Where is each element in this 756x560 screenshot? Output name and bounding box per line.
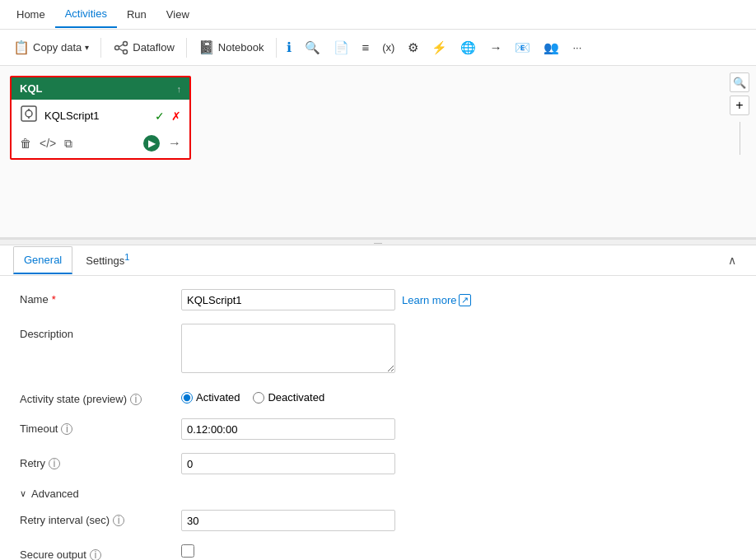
kql-activity-node[interactable]: KQL ↑ KQLScript1 ✓ ✗ 🗑 </> ⧉ ▶ → bbox=[10, 76, 191, 160]
variable-button[interactable]: (x) bbox=[377, 38, 399, 57]
canvas-controls: 🔍 + bbox=[730, 72, 749, 155]
toolbar-sep-1 bbox=[100, 38, 101, 58]
tab-general-label: General bbox=[24, 254, 62, 266]
pipeline-view-button[interactable]: 📄 bbox=[329, 37, 354, 58]
outlook-icon: 📧 bbox=[515, 40, 530, 55]
general-form: Name * Learn more ↗ Description bbox=[0, 276, 756, 560]
tab-general[interactable]: General bbox=[13, 246, 72, 274]
name-input[interactable] bbox=[181, 289, 395, 310]
tab-settings-label: Settings bbox=[86, 254, 124, 267]
activity-actions: 🗑 </> ⧉ ▶ → bbox=[12, 132, 189, 158]
activity-state-row: Activity state (preview) i Activated Dea… bbox=[20, 389, 736, 405]
canvas-plus-button[interactable]: + bbox=[730, 96, 749, 115]
learn-more-link[interactable]: Learn more ↗ bbox=[402, 294, 471, 306]
name-label: Name * bbox=[20, 289, 168, 306]
deactivated-radio[interactable] bbox=[253, 392, 264, 404]
dataflow-button[interactable]: Dataflow bbox=[106, 36, 181, 59]
retry-control bbox=[181, 453, 736, 474]
code-icon[interactable]: </> bbox=[40, 137, 56, 150]
copy-icon[interactable]: ⧉ bbox=[64, 137, 72, 151]
tab-settings[interactable]: Settings1 bbox=[76, 245, 139, 275]
description-control bbox=[181, 324, 736, 376]
variable-icon: (x) bbox=[382, 41, 394, 54]
retry-info-icon[interactable]: i bbox=[49, 458, 60, 469]
tab-settings-badge: 1 bbox=[124, 252, 129, 262]
canvas-plus-icon: + bbox=[735, 98, 743, 113]
more-button[interactable]: ··· bbox=[567, 38, 586, 57]
copy-data-button[interactable]: 📋 Copy data ▾ bbox=[7, 36, 96, 59]
name-row: Name * Learn more ↗ bbox=[20, 289, 736, 310]
copy-data-icon: 📋 bbox=[13, 40, 30, 56]
nav-activities[interactable]: Activities bbox=[55, 1, 117, 28]
timeout-label: Timeout i bbox=[20, 418, 168, 435]
arrow-button[interactable]: → bbox=[484, 37, 506, 58]
timeout-input[interactable] bbox=[181, 418, 395, 440]
retry-interval-input[interactable] bbox=[181, 510, 395, 531]
resize-handle-icon: — bbox=[374, 238, 382, 247]
notebook-button[interactable]: 📓 Notebook bbox=[192, 36, 271, 59]
description-input[interactable] bbox=[181, 324, 395, 373]
toolbar-sep-3 bbox=[276, 38, 277, 58]
run-icon[interactable]: ▶ bbox=[143, 135, 160, 152]
canvas-search-button[interactable]: 🔍 bbox=[730, 72, 749, 92]
timeout-info-icon[interactable]: i bbox=[61, 423, 72, 435]
nav-home[interactable]: Home bbox=[7, 2, 55, 27]
top-nav: Home Activities Run View bbox=[0, 0, 756, 30]
nav-view[interactable]: View bbox=[156, 2, 199, 27]
retry-interval-row: Retry interval (sec) i bbox=[20, 510, 736, 531]
info-button[interactable]: ℹ bbox=[282, 36, 296, 58]
svg-point-6 bbox=[26, 110, 32, 117]
nav-run[interactable]: Run bbox=[117, 2, 156, 27]
list-view-button[interactable]: ≡ bbox=[357, 37, 375, 58]
info-icon: ℹ bbox=[287, 40, 292, 55]
copy-data-dropdown-icon: ▾ bbox=[85, 43, 89, 52]
search-button[interactable]: 🔍 bbox=[300, 37, 325, 58]
retry-row: Retry i bbox=[20, 453, 736, 474]
activated-label: Activated bbox=[196, 391, 240, 404]
activity-x-icon: ✗ bbox=[171, 110, 181, 123]
globe-icon: 🌐 bbox=[460, 40, 476, 55]
learn-more-label: Learn more bbox=[402, 294, 456, 306]
activity-group2-icon: ⚡ bbox=[432, 40, 447, 55]
svg-line-4 bbox=[119, 49, 124, 51]
resize-bar[interactable]: — bbox=[0, 239, 756, 245]
outlook-button[interactable]: 📧 bbox=[510, 37, 535, 58]
toolbar: 📋 Copy data ▾ Dataflow 📓 Notebook ℹ 🔍 📄 … bbox=[0, 30, 756, 66]
deactivated-option[interactable]: Deactivated bbox=[253, 391, 324, 404]
activity-body: KQLScript1 ✓ ✗ bbox=[12, 100, 189, 132]
svg-rect-5 bbox=[21, 106, 36, 121]
advanced-toggle[interactable]: ∨ Advanced bbox=[20, 488, 736, 500]
dataflow-icon bbox=[113, 40, 129, 56]
collapse-button[interactable]: ∧ bbox=[721, 250, 743, 270]
activated-radio[interactable] bbox=[181, 392, 193, 404]
learn-more-icon: ↗ bbox=[459, 294, 471, 306]
timeout-control bbox=[181, 418, 736, 440]
globe-button[interactable]: 🌐 bbox=[455, 37, 481, 58]
activity-state-info-icon[interactable]: i bbox=[130, 394, 142, 405]
description-row: Description bbox=[20, 324, 736, 376]
activity-group1-button[interactable]: ⚙ bbox=[403, 37, 423, 58]
retry-input[interactable] bbox=[181, 453, 395, 474]
activity-header-label: KQL bbox=[20, 82, 42, 95]
canvas-scroll-bar bbox=[740, 122, 740, 155]
delete-icon[interactable]: 🗑 bbox=[20, 137, 31, 150]
output-arrow-icon[interactable]: → bbox=[168, 136, 181, 151]
activated-option[interactable]: Activated bbox=[181, 391, 240, 404]
arrow-icon: → bbox=[489, 40, 502, 54]
activity-state-label: Activity state (preview) i bbox=[20, 389, 168, 405]
notebook-icon: 📓 bbox=[198, 40, 215, 56]
secure-output-info-icon[interactable]: i bbox=[90, 549, 101, 560]
secure-output-row: Secure output i bbox=[20, 544, 736, 560]
notebook-label: Notebook bbox=[218, 41, 264, 54]
activity-group2-button[interactable]: ⚡ bbox=[427, 37, 452, 58]
svg-point-1 bbox=[124, 41, 128, 45]
teams-button[interactable]: 👥 bbox=[539, 37, 564, 58]
kql-script-icon bbox=[20, 105, 38, 127]
retry-interval-label: Retry interval (sec) i bbox=[20, 510, 168, 526]
svg-point-0 bbox=[115, 45, 119, 49]
activity-scroll-up-icon[interactable]: ↑ bbox=[177, 84, 182, 94]
secure-output-checkbox[interactable] bbox=[181, 544, 194, 558]
retry-interval-info-icon[interactable]: i bbox=[113, 515, 124, 526]
secure-output-label: Secure output i bbox=[20, 544, 168, 560]
svg-point-2 bbox=[124, 49, 128, 54]
